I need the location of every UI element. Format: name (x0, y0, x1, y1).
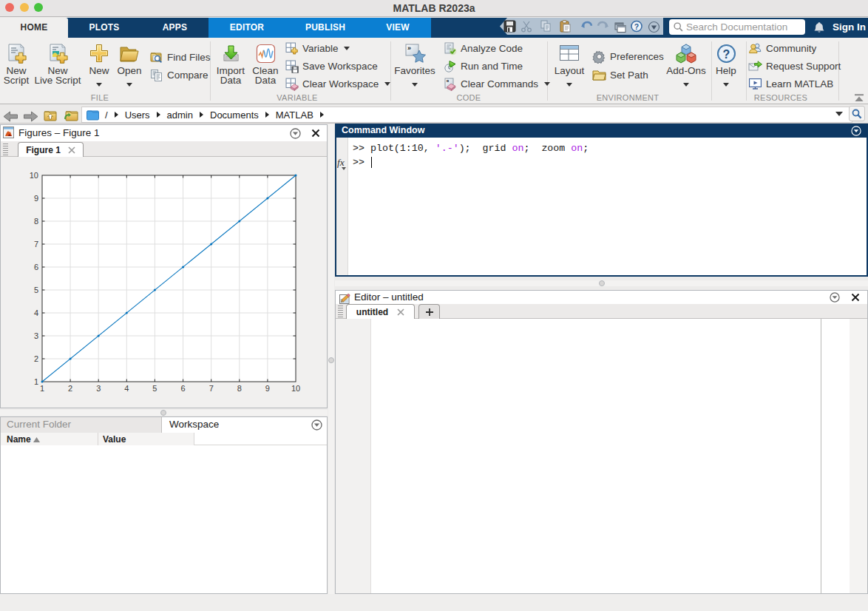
svg-text:?: ? (722, 47, 730, 60)
svg-text:2: 2 (68, 384, 72, 393)
svg-text:2: 2 (34, 354, 38, 363)
svg-text:?: ? (634, 22, 639, 31)
svg-text:3: 3 (34, 331, 38, 340)
svg-text:10: 10 (291, 384, 300, 393)
svg-text:3: 3 (96, 384, 101, 393)
svg-text:5: 5 (152, 384, 157, 393)
svg-text:1: 1 (40, 384, 44, 393)
svg-text:»: » (407, 44, 411, 52)
svg-text:10: 10 (30, 171, 38, 180)
svg-text:6: 6 (34, 263, 38, 271)
svg-text:5: 5 (34, 286, 38, 294)
svg-text:8: 8 (34, 217, 38, 226)
svg-text:8: 8 (237, 384, 242, 393)
svg-text:9: 9 (34, 194, 38, 203)
svg-text:4: 4 (124, 384, 129, 393)
svg-text:4: 4 (34, 308, 38, 317)
svg-text:7: 7 (209, 384, 214, 393)
svg-text:7: 7 (34, 240, 38, 249)
svg-text:9: 9 (265, 384, 270, 393)
svg-text:»: » (446, 78, 449, 84)
svg-text:6: 6 (181, 384, 186, 393)
svg-text:1: 1 (34, 377, 38, 386)
